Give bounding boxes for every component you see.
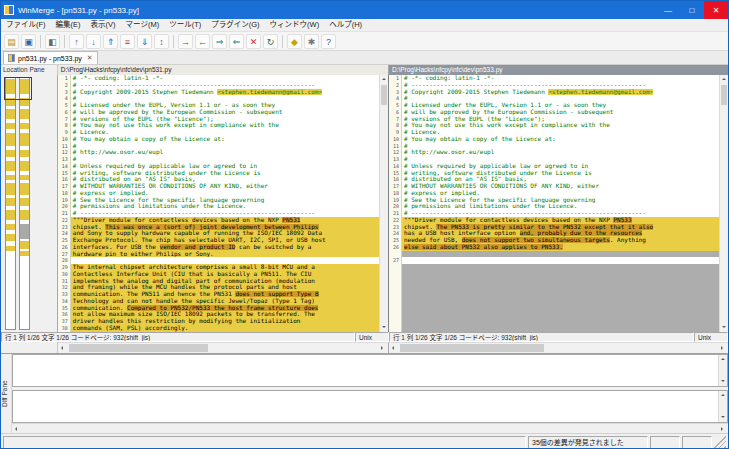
location-diff-mark[interactable] bbox=[20, 79, 29, 94]
location-diff-mark[interactable] bbox=[20, 123, 29, 129]
copy-right-advance-icon[interactable]: ⇒ bbox=[212, 34, 227, 49]
ghost-line[interactable] bbox=[389, 271, 719, 278]
diff-pane-top-text[interactable] bbox=[13, 355, 718, 386]
code-line[interactable]: 13# bbox=[389, 156, 719, 163]
all-diff-icon[interactable]: ↕ bbox=[154, 34, 169, 49]
code-line[interactable]: 25needed for USB, does not support two s… bbox=[389, 237, 719, 244]
code-line[interactable]: 37driver handles this restriction by mod… bbox=[58, 318, 379, 325]
ghost-line[interactable] bbox=[389, 284, 719, 291]
code-line[interactable]: 12# http://www.osor.eu/eupl bbox=[58, 149, 379, 156]
location-ghost-mark[interactable] bbox=[20, 224, 29, 239]
right-vertical-scrollbar[interactable] bbox=[719, 75, 728, 332]
prev-diff-icon[interactable]: ↑ bbox=[69, 34, 84, 49]
copy-left-advance-icon[interactable]: ⇐ bbox=[229, 34, 244, 49]
location-diff-mark[interactable] bbox=[6, 198, 15, 206]
code-line[interactable]: 8# You may not use this work except in c… bbox=[389, 122, 719, 129]
right-hscroll-track[interactable] bbox=[399, 343, 718, 353]
menu-edit[interactable]: 編集(E) bbox=[51, 19, 86, 31]
scroll-up-icon[interactable] bbox=[719, 355, 727, 364]
scroll-down-icon[interactable] bbox=[720, 323, 728, 332]
location-bar-right[interactable] bbox=[19, 77, 30, 330]
code-line[interactable]: 18# express or implied. bbox=[58, 190, 379, 197]
view-change-icon[interactable]: ◧ bbox=[45, 34, 60, 49]
code-line[interactable]: 6# will be approved by the European Comm… bbox=[58, 109, 379, 116]
ghost-line[interactable] bbox=[389, 305, 719, 312]
code-line[interactable]: 34Technology and can not handle the spec… bbox=[58, 298, 379, 305]
code-line[interactable]: 27hardware pin to either Philips or Sony… bbox=[58, 251, 379, 258]
code-line[interactable]: 4# bbox=[389, 95, 719, 102]
code-line[interactable]: 28 bbox=[58, 257, 379, 264]
options-icon[interactable]: ✱ bbox=[304, 34, 319, 49]
menu-window[interactable]: ウィンドウ(W) bbox=[265, 19, 325, 31]
diff-top-vscroll-track[interactable] bbox=[719, 364, 727, 377]
location-diff-mark[interactable] bbox=[20, 175, 29, 180]
location-pane[interactable] bbox=[1, 75, 58, 332]
code-line[interactable]: 9# Licence. bbox=[58, 129, 379, 136]
delete-icon[interactable]: ✕ bbox=[246, 34, 261, 49]
ghost-line[interactable] bbox=[389, 264, 719, 271]
right-code-area[interactable]: 1# -*- coding: latin-1 -*-2# -----------… bbox=[389, 75, 719, 332]
code-line[interactable]: 21# ------------------------------------… bbox=[389, 210, 719, 217]
copy-right-icon[interactable]: → bbox=[178, 34, 193, 49]
scroll-up-icon[interactable] bbox=[720, 75, 728, 84]
location-diff-mark[interactable] bbox=[20, 210, 29, 220]
code-line[interactable]: 23chipset. This was once a (sort of) joi… bbox=[58, 224, 379, 231]
help-icon[interactable]: ? bbox=[321, 34, 336, 49]
code-line[interactable]: 25Exchange Protocol. The chip has select… bbox=[58, 237, 379, 244]
diff-horizontal-scrollbar[interactable] bbox=[12, 423, 728, 424]
ghost-line[interactable] bbox=[389, 278, 719, 285]
location-diff-mark[interactable] bbox=[6, 175, 15, 180]
location-diff-mark[interactable] bbox=[20, 198, 29, 206]
code-line[interactable]: 32and framing) while the MCU handles the… bbox=[58, 284, 379, 291]
diff-pane-top[interactable] bbox=[12, 354, 728, 387]
menu-merge[interactable]: マージ(M) bbox=[121, 19, 165, 31]
code-line[interactable]: 4# bbox=[58, 95, 379, 102]
code-line[interactable]: 23chipset. The PN533 is pretty similar t… bbox=[389, 224, 719, 231]
diff-bottom-vertical-scrollbar[interactable] bbox=[718, 391, 727, 422]
code-line[interactable]: 6# will be approved by the European Comm… bbox=[389, 109, 719, 116]
location-diff-mark[interactable] bbox=[6, 234, 15, 242]
location-diff-mark[interactable] bbox=[6, 183, 15, 194]
scroll-up-icon[interactable] bbox=[719, 391, 727, 400]
code-line[interactable]: 3# Copyright 2009-2015 Stephen Tiedemann… bbox=[58, 89, 379, 96]
location-diff-mark[interactable] bbox=[20, 251, 29, 256]
code-line[interactable]: 16# distributed on an "AS IS" basis, bbox=[58, 176, 379, 183]
left-code-area[interactable]: 1# -*- coding: latin-1 -*-2# -----------… bbox=[58, 75, 379, 332]
location-diff-mark[interactable] bbox=[6, 109, 15, 119]
code-line[interactable]: 29The internal chipset architecture comp… bbox=[58, 264, 379, 271]
code-line[interactable]: 21# ------------------------------------… bbox=[58, 210, 379, 217]
first-diff-icon[interactable]: ⇑ bbox=[103, 34, 118, 49]
resize-grip[interactable] bbox=[714, 436, 726, 448]
code-line[interactable]: 24has a USB host interface option and, p… bbox=[389, 230, 719, 237]
location-diff-mark[interactable] bbox=[20, 109, 29, 119]
code-line[interactable]: 26else said about PN532 also applies to … bbox=[389, 244, 719, 251]
ghost-line[interactable] bbox=[389, 325, 719, 332]
ghost-line[interactable] bbox=[389, 291, 719, 298]
code-line[interactable]: 14# Unless required by applicable law or… bbox=[58, 163, 379, 170]
code-line[interactable]: 38commands (SAM, PSL) accordingly. bbox=[58, 325, 379, 332]
scroll-down-icon[interactable] bbox=[719, 413, 727, 422]
maximize-button[interactable]: □ bbox=[680, 1, 704, 19]
code-line[interactable]: 16# distributed on an "AS IS" basis, bbox=[389, 176, 719, 183]
code-line[interactable]: 17# WITHOUT WARRANTIES OR CONDITIONS OF … bbox=[389, 183, 719, 190]
left-hscroll-track[interactable] bbox=[68, 343, 378, 353]
ghost-line[interactable] bbox=[389, 311, 719, 318]
tab-close-icon[interactable]: ✕ bbox=[87, 54, 93, 62]
right-vscroll-thumb[interactable] bbox=[721, 85, 727, 105]
code-line[interactable]: 5# Licensed under the EUPL, Version 1.1 … bbox=[389, 102, 719, 109]
left-hscroll-thumb[interactable] bbox=[69, 344, 209, 352]
code-line[interactable]: 3# Copyright 2009-2015 Stephen Tiedemann… bbox=[389, 89, 719, 96]
code-line[interactable]: 31implements the analog and digital part… bbox=[58, 278, 379, 285]
ghost-line[interactable] bbox=[389, 318, 719, 325]
code-line[interactable]: 27 bbox=[389, 257, 719, 264]
code-line[interactable]: 7# versions of the EUPL (the "Licence"); bbox=[58, 116, 379, 123]
right-horizontal-scrollbar[interactable] bbox=[389, 342, 728, 353]
code-line[interactable]: 1# -*- coding: latin-1 -*- bbox=[58, 75, 379, 82]
plugins-icon[interactable]: ◆ bbox=[287, 34, 302, 49]
code-line[interactable]: 2# -------------------------------------… bbox=[389, 82, 719, 89]
scroll-up-icon[interactable] bbox=[380, 75, 388, 84]
code-line[interactable]: 9# Licence. bbox=[389, 129, 719, 136]
code-line[interactable]: 8# You may not use this work except in c… bbox=[58, 122, 379, 129]
code-line[interactable]: 19# See the Licence for the specific lan… bbox=[58, 197, 379, 204]
location-diff-mark[interactable] bbox=[6, 210, 15, 220]
